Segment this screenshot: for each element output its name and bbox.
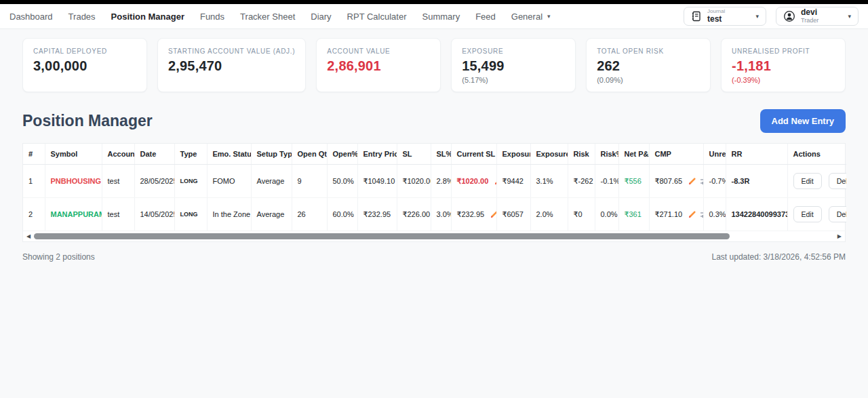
- cell-unrealised-pct: -0.7%: [703, 165, 726, 198]
- cell-type: LONG: [174, 165, 207, 198]
- delete-button[interactable]: Delete: [829, 206, 846, 222]
- cell-symbol[interactable]: MANAPPURAM: [45, 198, 102, 231]
- adjust-sliders-icon[interactable]: [701, 178, 703, 185]
- cell-open-pct: 60.0%: [327, 198, 357, 231]
- cell-rr: 1342284009937305.0R: [726, 198, 787, 231]
- showing-positions-text: Showing 2 positions: [22, 252, 95, 262]
- chevron-down-icon: ▾: [838, 13, 851, 20]
- card-subvalue: (-0.39%): [732, 76, 835, 84]
- col-header-sl: SL: [397, 144, 431, 165]
- col-header-entry-price: Entry Price: [357, 144, 397, 165]
- col-header-sl-pct: SL%: [431, 144, 451, 165]
- edit-pencil-icon[interactable]: [490, 211, 496, 218]
- card-value: 15,499: [462, 58, 565, 74]
- navbar-right: Journal test ▾ devi Trader ▾: [684, 7, 859, 26]
- col-header-cmp: CMP: [649, 144, 703, 165]
- nav-item-general[interactable]: General: [511, 12, 542, 22]
- cell-rr: -8.3R: [726, 165, 787, 198]
- nav-item-summary[interactable]: Summary: [422, 12, 460, 22]
- cell-sl: ₹1020.00: [397, 165, 431, 198]
- nav-item-feed[interactable]: Feed: [475, 12, 496, 22]
- summary-cards: CAPITAL DEPLOYED 3,00,000 STARTING ACCOU…: [22, 38, 846, 92]
- user-role: Trader: [801, 18, 818, 24]
- col-header-risk: Risk: [568, 144, 595, 165]
- card-value: 2,86,901: [327, 58, 430, 74]
- nav-item-funds[interactable]: Funds: [200, 12, 224, 22]
- cell-account: test: [102, 165, 134, 198]
- nav-item-rpt-calculater[interactable]: RPT Calculater: [347, 12, 407, 22]
- journal-icon: [691, 11, 702, 22]
- card-label: STARTING ACCOUNT VALUE (ADJ.): [168, 47, 295, 55]
- col-header-exposure: Exposure: [496, 144, 530, 165]
- card-value: 3,00,000: [33, 58, 136, 74]
- col-header-net-pnl: Net P&L: [618, 144, 649, 165]
- col-header-unrealised: Unrea: [703, 144, 726, 165]
- col-header-open-qty: Open Qty: [292, 144, 327, 165]
- horizontal-scrollbar[interactable]: ◀ ▶: [23, 231, 845, 241]
- card-exposure: EXPOSURE 15,499 (5.17%): [451, 38, 576, 92]
- card-label: CAPITAL DEPLOYED: [33, 47, 136, 55]
- cell-cmp: ₹271.10: [649, 198, 703, 231]
- col-header-symbol: Symbol: [45, 144, 102, 165]
- table-header-row: # Symbol Account Date Type Emo. Status S…: [23, 144, 846, 165]
- current-sl-value: ₹232.95: [457, 210, 485, 218]
- positions-table: # Symbol Account Date Type Emo. Status S…: [23, 144, 846, 231]
- main-content: CAPITAL DEPLOYED 3,00,000 STARTING ACCOU…: [0, 29, 868, 262]
- nav-item-tracker-sheet[interactable]: Tracker Sheet: [240, 12, 295, 22]
- col-header-current-sl: Current SL: [451, 144, 496, 165]
- nav-item-dashboard[interactable]: Dashboard: [9, 12, 53, 22]
- user-menu[interactable]: devi Trader ▾: [776, 7, 859, 26]
- cell-open-pct: 50.0%: [327, 165, 357, 198]
- edit-pencil-icon[interactable]: [688, 211, 696, 218]
- card-subvalue: (0.09%): [597, 76, 700, 84]
- col-header-account: Account: [102, 144, 134, 165]
- edit-pencil-icon[interactable]: [688, 178, 696, 185]
- cell-setup-type: Average: [251, 165, 292, 198]
- nav-item-position-manager[interactable]: Position Manager: [111, 12, 184, 22]
- cell-sl-pct: 2.8%: [431, 165, 451, 198]
- chevron-down-icon: ▾: [746, 13, 759, 20]
- scrollbar-thumb[interactable]: [34, 233, 730, 239]
- edit-button[interactable]: Edit: [793, 173, 822, 189]
- cell-risk-pct: -0.1%: [595, 165, 618, 198]
- scrollbar-track[interactable]: [34, 233, 834, 239]
- add-new-entry-button[interactable]: Add New Entry: [760, 109, 846, 133]
- nav-item-diary[interactable]: Diary: [311, 12, 331, 22]
- cell-setup-type: Average: [251, 198, 292, 231]
- card-label: UNREALISED PROFIT: [732, 47, 835, 55]
- card-label: ACCOUNT VALUE: [327, 47, 430, 55]
- col-header-actions: Actions: [787, 144, 846, 165]
- journal-selector[interactable]: Journal test ▾: [684, 7, 766, 26]
- adjust-sliders-icon[interactable]: [701, 211, 703, 218]
- nav-item-trades[interactable]: Trades: [68, 12, 96, 22]
- cell-sl: ₹226.00: [397, 198, 431, 231]
- table-row: 1 PNBHOUSING test 28/05/2025 LONG FOMO A…: [23, 165, 846, 198]
- cell-open-qty: 26: [292, 198, 327, 231]
- cell-exposure-pct: 2.0%: [530, 198, 568, 231]
- nav-links: Dashboard Trades Position Manager Funds …: [9, 12, 551, 22]
- col-header-risk-pct: Risk%: [595, 144, 618, 165]
- card-value: 262: [597, 58, 700, 74]
- scroll-left-arrow-icon[interactable]: ◀: [26, 234, 31, 239]
- cell-net-pnl: ₹556: [618, 165, 649, 198]
- cell-entry-price: ₹232.95: [357, 198, 397, 231]
- cell-account: test: [102, 198, 134, 231]
- cell-exposure-pct: 3.1%: [530, 165, 568, 198]
- cell-type: LONG: [174, 198, 207, 231]
- cell-risk: ₹-262: [568, 165, 595, 198]
- card-account-value: ACCOUNT VALUE 2,86,901: [316, 38, 441, 92]
- chevron-down-icon[interactable]: ▾: [547, 13, 551, 20]
- card-total-open-risk: TOTAL OPEN RISK 262 (0.09%): [586, 38, 711, 92]
- current-sl-value: ₹1020.00: [457, 177, 489, 185]
- edit-button[interactable]: Edit: [793, 206, 822, 222]
- cmp-value: ₹807.65: [655, 177, 683, 185]
- card-capital-deployed: CAPITAL DEPLOYED 3,00,000: [22, 38, 147, 92]
- cell-current-sl: ₹1020.00: [451, 165, 496, 198]
- cell-symbol[interactable]: PNBHOUSING: [45, 165, 102, 198]
- scroll-right-arrow-icon[interactable]: ▶: [837, 234, 842, 239]
- cell-entry-price: ₹1049.10: [357, 165, 397, 198]
- cell-current-sl: ₹232.95: [451, 198, 496, 231]
- navbar: Dashboard Trades Position Manager Funds …: [0, 4, 868, 29]
- delete-button[interactable]: Delete: [829, 173, 846, 189]
- positions-table-container: # Symbol Account Date Type Emo. Status S…: [22, 143, 846, 242]
